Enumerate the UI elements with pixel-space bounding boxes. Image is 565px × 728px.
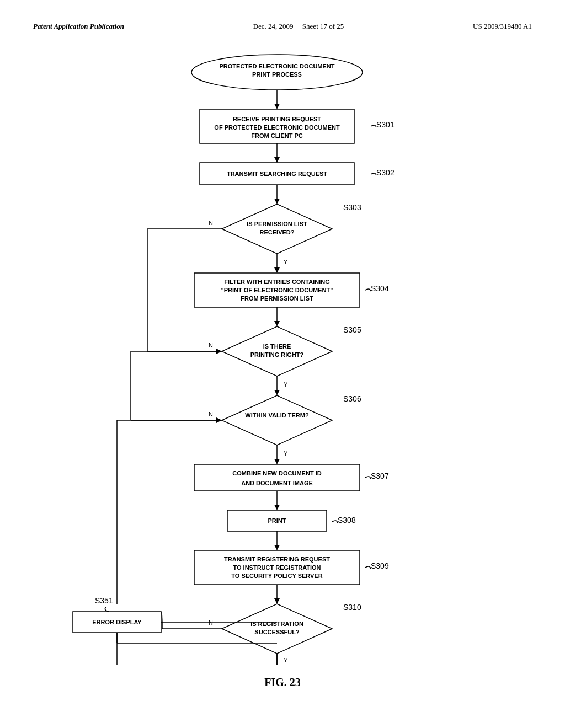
svg-marker-16 <box>274 199 280 204</box>
svg-marker-24 <box>274 267 280 273</box>
svg-text:AND DOCUMENT IMAGE: AND DOCUMENT IMAGE <box>241 480 313 486</box>
svg-text:COMBINE NEW DOCUMENT ID: COMBINE NEW DOCUMENT ID <box>232 470 321 477</box>
page-header: Patent Application Publication Dec. 24, … <box>33 22 532 31</box>
header-date: Dec. 24, 2009 <box>253 22 294 30</box>
svg-text:S307: S307 <box>371 472 389 480</box>
svg-marker-4 <box>274 104 280 109</box>
header-date-sheet: Dec. 24, 2009 Sheet 17 of 25 <box>253 22 344 31</box>
svg-text:IS REGISTRATION: IS REGISTRATION <box>250 620 303 627</box>
flowchart: PROTECTED ELECTRONIC DOCUMENT PRINT PROC… <box>45 47 520 665</box>
svg-text:WITHIN VALID TERM?: WITHIN VALID TERM? <box>245 412 309 419</box>
svg-marker-57 <box>274 545 280 550</box>
svg-marker-40 <box>222 395 332 445</box>
svg-marker-31 <box>274 321 280 326</box>
svg-text:S310: S310 <box>343 603 361 612</box>
svg-text:S301: S301 <box>376 120 395 129</box>
svg-text:FROM PERMISSION LIST: FROM PERMISSION LIST <box>241 295 313 302</box>
header-publication: Patent Application Publication <box>33 22 124 31</box>
svg-text:OF PROTECTED ELECTRONIC DOCUME: OF PROTECTED ELECTRONIC DOCUMENT <box>214 124 340 131</box>
svg-line-89 <box>162 612 162 622</box>
svg-text:S302: S302 <box>376 168 395 177</box>
svg-marker-46 <box>274 459 280 464</box>
svg-text:S305: S305 <box>343 325 361 334</box>
header-patent-number: US 2009/319480 A1 <box>473 22 532 31</box>
svg-text:N: N <box>209 411 213 417</box>
svg-text:FILTER WITH ENTRIES CONTAINING: FILTER WITH ENTRIES CONTAINING <box>224 279 329 285</box>
svg-marker-11 <box>274 157 280 163</box>
svg-text:N: N <box>209 342 213 349</box>
svg-text:TRANSMIT REGISTERING REQUEST: TRANSMIT REGISTERING REQUEST <box>224 556 330 563</box>
svg-rect-47 <box>194 464 360 491</box>
svg-text:PRINTING RIGHT?: PRINTING RIGHT? <box>250 351 304 358</box>
svg-text:SUCCESSFUL?: SUCCESSFUL? <box>254 629 300 635</box>
svg-marker-64 <box>274 598 280 604</box>
svg-text:N: N <box>209 619 213 626</box>
svg-marker-39 <box>274 390 280 395</box>
svg-text:Y: Y <box>284 450 288 457</box>
svg-text:S308: S308 <box>338 516 356 524</box>
svg-text:TO INSTRUCT REGISTRATION: TO INSTRUCT REGISTRATION <box>233 564 321 571</box>
svg-text:RECEIVE PRINTING REQUEST: RECEIVE PRINTING REQUEST <box>233 116 321 122</box>
svg-text:FROM CLIENT PC: FROM CLIENT PC <box>251 132 303 139</box>
svg-text:TRANSMIT SEARCHING REQUEST: TRANSMIT SEARCHING REQUEST <box>227 170 327 177</box>
svg-text:S309: S309 <box>371 561 389 570</box>
svg-text:ERROR DISPLAY: ERROR DISPLAY <box>92 619 142 625</box>
svg-text:S303: S303 <box>343 203 361 212</box>
svg-text:S304: S304 <box>371 284 389 293</box>
svg-text:IS PERMISSION LIST: IS PERMISSION LIST <box>247 221 307 227</box>
svg-text:S306: S306 <box>343 394 361 403</box>
svg-text:Y: Y <box>284 657 288 663</box>
svg-text:RECEIVED?: RECEIVED? <box>260 229 295 235</box>
svg-text:TO SECURITY POLICY SERVER: TO SECURITY POLICY SERVER <box>231 572 323 579</box>
svg-text:"PRINT OF ELECTRONIC DOCUMENT": "PRINT OF ELECTRONIC DOCUMENT" <box>221 287 333 293</box>
svg-text:PROTECTED ELECTRONIC DOCUMENT: PROTECTED ELECTRONIC DOCUMENT <box>220 63 335 69</box>
svg-text:Y: Y <box>284 259 288 265</box>
svg-text:S351: S351 <box>95 596 113 605</box>
page: Patent Application Publication Dec. 24, … <box>0 0 565 728</box>
header-sheet: Sheet 17 of 25 <box>302 22 344 30</box>
svg-text:IS THERE: IS THERE <box>263 343 291 350</box>
svg-text:PRINT PROCESS: PRINT PROCESS <box>252 71 302 78</box>
svg-marker-52 <box>274 505 280 510</box>
svg-text:PRINT: PRINT <box>268 517 286 524</box>
svg-text:N: N <box>209 220 213 226</box>
figure-caption: FIG. 23 <box>33 676 532 689</box>
svg-text:Y: Y <box>284 381 288 388</box>
